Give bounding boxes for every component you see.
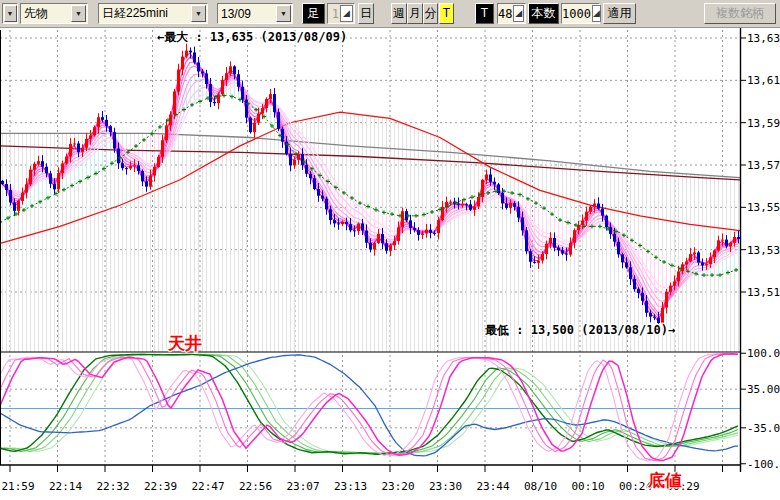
time-axis-label: 23:07 (286, 480, 319, 493)
apply-button[interactable]: 適用 (603, 3, 636, 24)
price-axis-label: 13,555 (747, 201, 780, 214)
symbol-value: 日経225mini (99, 5, 191, 22)
dropdown-arrow-icon: ▼ (191, 5, 206, 22)
time-axis-label: 22:32 (96, 480, 129, 493)
osc-axis-label: 100.00 (747, 347, 780, 360)
price-axis-label: 13,595 (747, 117, 780, 130)
spin-icon[interactable]: ◢ (340, 5, 353, 22)
time-axis-label: 00:10 (571, 480, 604, 493)
multi-symbol-button[interactable]: 複数銘柄 (704, 3, 776, 24)
interval-value: 1 (328, 7, 340, 21)
bar-toggle-button[interactable]: 足 (302, 3, 325, 24)
contract-combo[interactable]: 13/09 ▼ (217, 3, 293, 24)
period-daily-button[interactable]: 日 (358, 3, 374, 24)
time-axis-label: 23:30 (429, 480, 462, 493)
price-axis-label: 13,515 (747, 286, 780, 299)
bottom-label: 底値 (647, 470, 682, 490)
spin-icon[interactable]: ◢ (592, 5, 601, 22)
toolbar: ▼ 先物 ▼ 日経225mini ▼ 13/09 ▼ 足 1 ◢ 日 週 月 分… (0, 0, 780, 28)
time-axis-label: 08/10 (524, 480, 557, 493)
count-toggle-button[interactable]: 本数 (528, 3, 559, 24)
contract-value: 13/09 (218, 7, 276, 21)
time-axis-label: 23:13 (334, 480, 367, 493)
min-price-annotation: 最低 : 13,500 (2013/08/10)→ (485, 323, 675, 337)
mini-dropdown[interactable]: ▼ (2, 3, 18, 24)
period-monthly-button[interactable]: 月 (407, 3, 423, 24)
count-value: 1000 (562, 7, 592, 21)
category-combo[interactable]: 先物 ▼ (20, 3, 88, 24)
spin-icon[interactable]: ◢ (513, 5, 524, 22)
chart-canvas[interactable]: 13,63513,61513,59513,57513,55513,53513,5… (0, 0, 780, 500)
time-axis-label: 22:14 (49, 480, 82, 493)
osc-axis-label: 35.00 (747, 383, 780, 396)
price-axis-label: 13,615 (747, 74, 780, 87)
tick-count-input[interactable]: 48 ◢ (497, 3, 526, 24)
dropdown-arrow-icon: ▼ (276, 5, 291, 22)
dropdown-arrow-icon: ▼ (71, 5, 86, 22)
ceiling-label: 天井 (167, 333, 202, 353)
osc-axis-label: -100.00 (747, 458, 780, 471)
tick-count-value: 48 (498, 7, 513, 21)
max-price-annotation: ←最大 : 13,635 (2013/08/09) (157, 30, 347, 44)
osc-axis-label: -35.00 (747, 422, 780, 435)
period-weekly-button[interactable]: 週 (391, 3, 407, 24)
time-axis-label: 21:59 (1, 480, 34, 493)
category-value: 先物 (21, 5, 71, 22)
time-axis-label: 23:44 (476, 480, 509, 493)
count-input[interactable]: 1000 ◢ (561, 3, 600, 24)
time-axis-label: 22:56 (239, 480, 272, 493)
oscillator-layer (0, 354, 738, 461)
price-axis-label: 13,535 (747, 244, 780, 257)
interval-input[interactable]: 1 ◢ (327, 3, 355, 24)
time-axis-label: 22:39 (144, 480, 177, 493)
price-axis-label: 13,635 (747, 32, 780, 45)
price-axis-label: 13,575 (747, 159, 780, 172)
time-axis-label: 22:47 (191, 480, 224, 493)
dropdown-arrow-icon: ▼ (4, 5, 17, 22)
tick-toggle-button[interactable]: T (475, 3, 494, 24)
time-axis-label: 23:20 (381, 480, 414, 493)
symbol-combo[interactable]: 日経225mini ▼ (98, 3, 208, 24)
period-tick-button[interactable]: T (439, 3, 454, 24)
period-minute-button[interactable]: 分 (423, 3, 438, 24)
chart-layers: 13,63513,61513,59513,57513,55513,53513,5… (0, 28, 780, 493)
